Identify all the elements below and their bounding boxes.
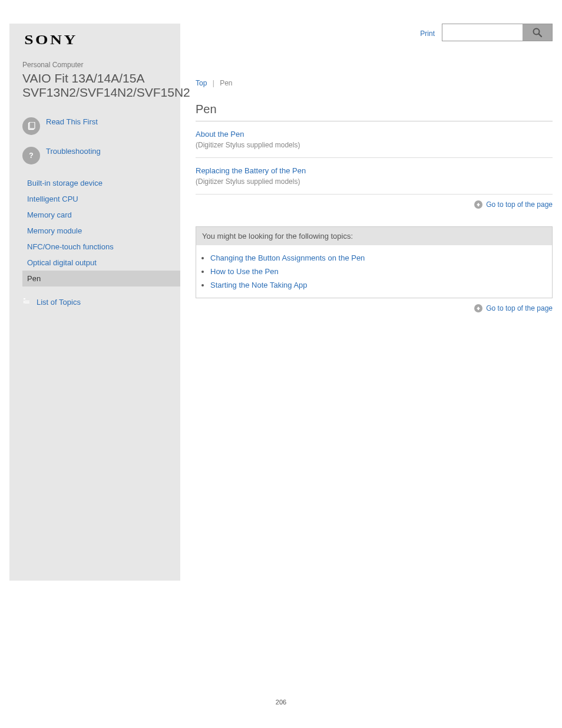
- topic-link[interactable]: About the Pen: [196, 130, 244, 139]
- topic-subtext: (Digitizer Stylus supplied models): [196, 141, 553, 149]
- product-model: VAIO Fit 13A/14A/15A SVF13N2/SVF14N2/SVF…: [22, 71, 167, 100]
- related-list: Changing the Button Assignments on the P…: [196, 245, 552, 298]
- svg-line-8: [539, 34, 542, 37]
- go-top-label: Go to top of the page: [486, 200, 553, 209]
- search-input[interactable]: [442, 24, 523, 41]
- sidebar-sub-item-active[interactable]: Pen: [22, 271, 180, 286]
- sidebar-sub-item[interactable]: NFC/One-touch functions: [22, 239, 180, 255]
- sidebar: SONY Personal Computer VAIO Fit 13A/14A/…: [9, 24, 180, 581]
- related-link[interactable]: Changing the Button Assignments on the P…: [210, 253, 365, 262]
- main-content: Print Top | Pen Pen About the Pen (Digit…: [196, 24, 553, 315]
- breadcrumb: Top | Pen: [196, 79, 553, 87]
- svg-rect-4: [25, 301, 29, 302]
- arrow-up-icon: [474, 304, 482, 312]
- svg-rect-3: [24, 298, 25, 299]
- arrow-up-icon: [474, 200, 482, 209]
- sidebar-sub-item[interactable]: Optical digital output: [22, 255, 180, 271]
- go-top-link[interactable]: Go to top of the page: [474, 304, 553, 312]
- topic-subtext: (Digitizer Stylus supplied models): [196, 177, 553, 186]
- go-top-link[interactable]: Go to top of the page: [474, 200, 553, 209]
- search-icon: [532, 27, 543, 38]
- sidebar-sublist: Built-in storage device Intelligent CPU …: [9, 170, 180, 286]
- sidebar-sub-item[interactable]: Intelligent CPU: [22, 191, 180, 207]
- product-block: Personal Computer VAIO Fit 13A/14A/15A S…: [9, 48, 180, 106]
- search-box: [442, 24, 553, 41]
- list-icon: [22, 297, 31, 307]
- go-top-row: Go to top of the page: [196, 195, 553, 211]
- page-number: 206: [9, 581, 553, 723]
- sidebar-contents-label[interactable]: List of Topics: [37, 298, 81, 307]
- related-topics-box: You might be looking for the following t…: [196, 226, 553, 298]
- topic-item: About the Pen (Digitizer Stylus supplied…: [196, 121, 553, 158]
- topbar: Print: [196, 24, 553, 46]
- related-item: Starting the Note Taking App: [210, 278, 538, 292]
- sidebar-sub-item[interactable]: Built-in storage device: [22, 175, 180, 191]
- sidebar-contents[interactable]: List of Topics: [9, 286, 180, 318]
- related-link[interactable]: Starting the Note Taking App: [210, 281, 308, 289]
- svg-rect-1: [29, 122, 35, 129]
- go-top-label: Go to top of the page: [486, 304, 553, 312]
- breadcrumb-separator: |: [209, 79, 218, 87]
- breadcrumb-current: Pen: [220, 79, 232, 87]
- product-category: Personal Computer: [22, 61, 167, 69]
- question-icon: ?: [22, 147, 40, 164]
- svg-rect-5: [25, 302, 29, 304]
- print-link[interactable]: Print: [420, 29, 435, 38]
- search-button[interactable]: [523, 24, 552, 41]
- go-top-row: Go to top of the page: [196, 298, 553, 315]
- svg-text:?: ?: [29, 151, 33, 160]
- sidebar-nav-label[interactable]: Read This First: [46, 117, 98, 127]
- brand-logo: SONY: [9, 32, 206, 48]
- breadcrumb-top[interactable]: Top: [196, 79, 207, 87]
- page-icon: [22, 117, 40, 135]
- sidebar-nav-read-first[interactable]: Read This First: [9, 111, 180, 141]
- sidebar-nav-label[interactable]: Troubleshooting: [46, 147, 101, 156]
- topic-link[interactable]: Replacing the Battery of the Pen: [196, 166, 306, 175]
- sidebar-nav: Read This First ? Troubleshooting: [9, 106, 180, 170]
- related-heading: You might be looking for the following t…: [196, 227, 552, 245]
- topic-item: Replacing the Battery of the Pen (Digiti…: [196, 158, 553, 195]
- related-item: How to Use the Pen: [210, 265, 538, 278]
- page-title: Pen: [196, 103, 553, 121]
- sidebar-sub-item[interactable]: Memory card: [22, 207, 180, 223]
- related-item: Changing the Button Assignments on the P…: [210, 251, 538, 265]
- sidebar-sub-item[interactable]: Memory module: [22, 223, 180, 239]
- svg-rect-6: [24, 301, 25, 304]
- sidebar-nav-troubleshooting[interactable]: ? Troubleshooting: [9, 141, 180, 170]
- related-link[interactable]: How to Use the Pen: [210, 267, 279, 276]
